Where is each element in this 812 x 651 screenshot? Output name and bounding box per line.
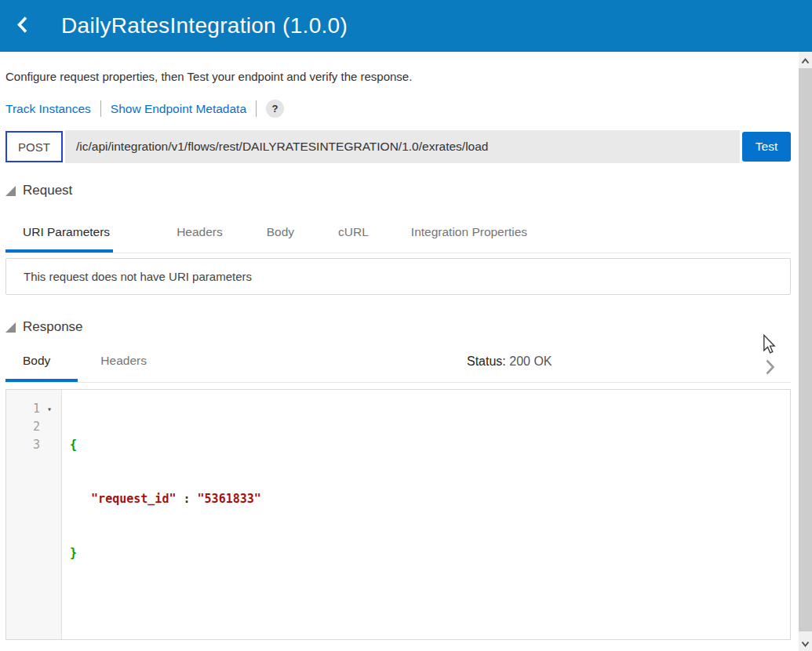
request-section-title: Request	[23, 183, 72, 198]
response-body-editor: 1 ▾ 2 3 { "request_id" : "5361833" }	[5, 389, 791, 640]
show-endpoint-metadata-link[interactable]: Show Endpoint Metadata	[111, 102, 246, 116]
tab-curl[interactable]: cURL	[338, 217, 369, 253]
code-token: }	[70, 546, 77, 560]
gutter-line: 3	[6, 436, 61, 454]
response-section-title: Response	[23, 319, 83, 335]
request-tabs: URI Parameters Headers Body cURL Integra…	[5, 217, 791, 253]
tab-response-body[interactable]: Body	[5, 344, 78, 382]
uri-parameters-panel: This request does not have URI parameter…	[5, 258, 791, 295]
scrollbar-thumb[interactable]	[799, 68, 812, 631]
collapse-triangle-icon[interactable]	[5, 322, 16, 333]
code-token: "request_id"	[91, 492, 176, 506]
fold-arrow-icon[interactable]: ▾	[40, 400, 52, 418]
code-line: {	[70, 436, 790, 454]
code-token	[70, 492, 91, 506]
tab-response-headers[interactable]: Headers	[100, 344, 147, 382]
code-line: "request_id" : "5361833"	[70, 490, 790, 508]
back-button[interactable]	[13, 14, 31, 38]
fold-spacer	[40, 436, 52, 454]
divider	[100, 100, 101, 117]
endpoint-url-field[interactable]: /ic/api/integration/v1/flows/rest/DAILYR…	[65, 130, 740, 163]
vertical-scrollbar[interactable]	[799, 52, 812, 651]
code-token: "5361833"	[198, 492, 261, 506]
chevron-right-icon[interactable]	[765, 358, 775, 379]
response-status: Status: 200 OK	[467, 355, 552, 369]
response-tabs: Body Headers Status: 200 OK	[5, 344, 791, 383]
endpoint-row: POST /ic/api/integration/v1/flows/rest/D…	[5, 130, 791, 163]
gutter-line: 2	[6, 418, 61, 436]
instructions-text: Configure request properties, then Test …	[5, 52, 791, 83]
status-value: 200 OK	[509, 355, 552, 368]
track-instances-link[interactable]: Track Instances	[5, 102, 91, 116]
line-number: 1	[33, 400, 40, 418]
code-token: {	[70, 438, 77, 452]
scroll-down-arrow-icon[interactable]	[800, 638, 810, 648]
scroll-up-arrow-icon[interactable]	[800, 56, 810, 66]
chevron-left-icon	[16, 16, 28, 37]
collapse-triangle-icon[interactable]	[5, 186, 16, 196]
test-button[interactable]: Test	[742, 132, 791, 162]
gutter-line: 1 ▾	[6, 400, 61, 418]
tab-request-body[interactable]: Body	[267, 217, 294, 253]
links-row: Track Instances Show Endpoint Metadata ?	[5, 100, 791, 118]
request-section-header[interactable]: Request	[5, 183, 791, 198]
http-method-button[interactable]: POST	[5, 131, 63, 162]
line-number: 2	[33, 418, 40, 436]
line-number: 3	[33, 436, 40, 454]
help-icon[interactable]: ?	[266, 100, 284, 118]
response-section-header[interactable]: Response	[5, 319, 791, 335]
uri-empty-message: This request does not have URI parameter…	[24, 270, 252, 283]
code-line: }	[70, 544, 790, 562]
app-header: DailyRatesIntegration (1.0.0)	[0, 0, 812, 52]
status-label: Status:	[467, 355, 506, 368]
main-content: Configure request properties, then Test …	[5, 52, 791, 640]
tab-uri-parameters[interactable]: URI Parameters	[5, 217, 113, 253]
tab-request-headers[interactable]: Headers	[177, 217, 223, 253]
fold-spacer	[40, 418, 52, 436]
divider	[256, 100, 257, 117]
page-title: DailyRatesIntegration (1.0.0)	[61, 13, 348, 38]
editor-gutter: 1 ▾ 2 3	[6, 390, 62, 639]
code-token: :	[176, 492, 197, 506]
editor-code-area[interactable]: { "request_id" : "5361833" }	[62, 390, 790, 639]
tab-integration-properties[interactable]: Integration Properties	[411, 217, 527, 253]
